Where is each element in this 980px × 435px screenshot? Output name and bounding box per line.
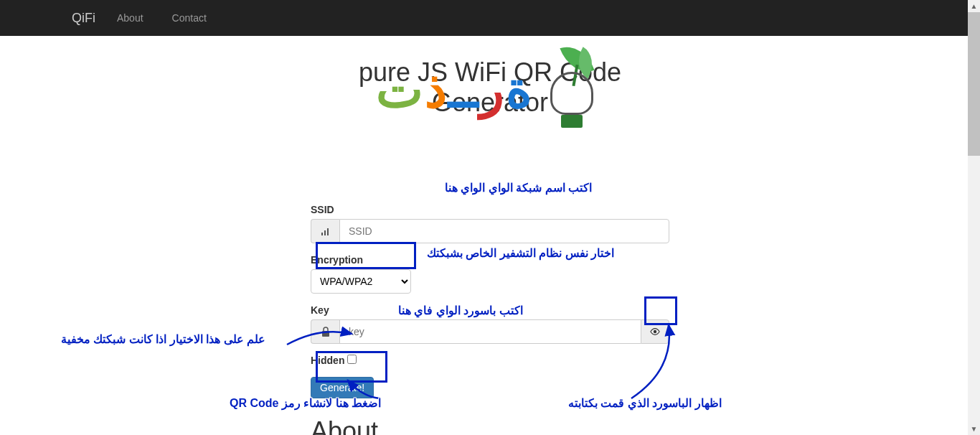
- annotation-generate: اضغط هنا لانشاء رمز QR Code: [230, 396, 381, 410]
- encryption-select[interactable]: WPA/WPA2: [311, 269, 411, 294]
- annotation-key: اكتب باسورد الواي فاي هنا: [398, 304, 523, 317]
- svg-rect-3: [322, 331, 329, 337]
- svg-rect-2: [327, 228, 329, 235]
- hidden-label: Hidden: [311, 355, 344, 366]
- signal-icon: [311, 219, 339, 243]
- ssid-label: SSID: [311, 204, 669, 215]
- annotation-ssid: اكتب اسم شبكة الواي الواي هنا: [445, 181, 592, 195]
- hidden-checkbox[interactable]: [347, 355, 357, 364]
- lock-icon: [311, 319, 339, 344]
- key-input[interactable]: [339, 319, 641, 344]
- scroll-up-arrow[interactable]: ▲: [968, 0, 980, 12]
- about-heading: About: [311, 416, 669, 435]
- eye-toggle-button[interactable]: [641, 319, 669, 344]
- eye-icon: [650, 327, 660, 336]
- svg-rect-1: [324, 230, 326, 235]
- nav-contact[interactable]: Contact: [165, 1, 214, 34]
- annotation-hidden: علم على هذا الاختيار اذا كانت شبكتك مخفي…: [61, 332, 265, 346]
- nav-about[interactable]: About: [110, 1, 151, 34]
- ssid-input[interactable]: [339, 219, 669, 243]
- scroll-down-arrow[interactable]: ▼: [968, 423, 980, 435]
- svg-rect-0: [321, 233, 323, 235]
- page-title: pure JS WiFi QR Code Generator: [311, 57, 669, 118]
- brand-link[interactable]: QiFi: [72, 11, 95, 26]
- annotation-eye: اظهار الباسورد الذي قمت بكتابته: [568, 396, 722, 410]
- scrollbar-thumb[interactable]: [968, 12, 980, 156]
- generate-button[interactable]: Generate!: [311, 377, 374, 398]
- navbar: QiFi About Contact: [0, 0, 980, 36]
- vertical-scrollbar[interactable]: ▲ ▼: [968, 0, 980, 435]
- svg-point-4: [654, 330, 656, 333]
- annotation-encryption: اختار نفس نظام التشفير الخاص بشبكتك: [427, 246, 614, 260]
- main-container: pure JS WiFi QR Code Generator تذــرة SS…: [311, 36, 669, 435]
